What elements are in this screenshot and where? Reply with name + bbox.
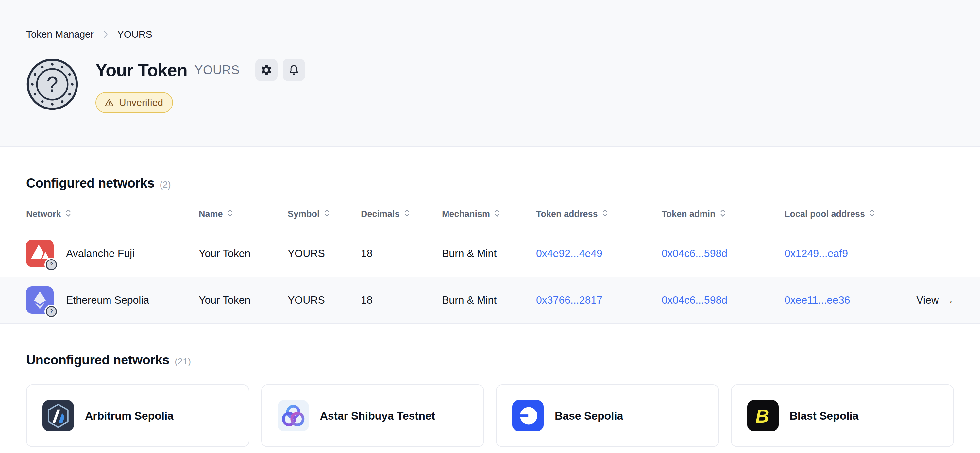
column-label: Decimals — [361, 209, 400, 219]
unknown-token-badge-icon: ? — [46, 306, 57, 317]
gear-icon — [260, 64, 273, 76]
network-name: Ethereum Sepolia — [66, 294, 149, 306]
configured-networks-heading: Configured networks (2) — [26, 176, 954, 191]
sort-icon — [65, 208, 72, 220]
status-badge: Unverified — [95, 92, 173, 113]
view-link[interactable]: View → — [902, 294, 954, 306]
network-cell: ? Ethereum Sepolia — [26, 286, 199, 314]
symbol-cell: YOURS — [288, 294, 361, 306]
token-address-link[interactable]: 0x4e92...4e49 — [536, 247, 603, 259]
sort-icon — [324, 208, 330, 220]
table-row-avalanche-fuji[interactable]: ? Avalanche Fuji Your Token YOURS 18 Bur… — [26, 230, 954, 277]
network-name: Avalanche Fuji — [66, 247, 134, 259]
column-header-name[interactable]: Name — [199, 208, 288, 220]
avalanche-icon: ? — [26, 240, 54, 267]
column-label: Name — [199, 209, 223, 219]
view-link-label: View — [916, 294, 939, 306]
sort-icon — [494, 208, 500, 220]
token-admin-link[interactable]: 0x04c6...598d — [662, 247, 727, 259]
column-header-token-admin[interactable]: Token admin — [662, 208, 784, 220]
unknown-token-badge-icon: ? — [46, 259, 57, 270]
column-label: Token address — [536, 209, 598, 219]
column-label: Token admin — [662, 209, 716, 219]
breadcrumb: Token Manager YOURS — [26, 29, 954, 40]
token-address-link[interactable]: 0x3766...2817 — [536, 294, 603, 306]
column-header-decimals[interactable]: Decimals — [361, 208, 442, 220]
column-label: Network — [26, 209, 61, 219]
chevron-right-icon — [101, 30, 110, 39]
blast-icon: B — [747, 400, 779, 431]
network-card-arbitrum-sepolia[interactable]: Arbitrum Sepolia — [26, 385, 250, 447]
warning-icon — [104, 97, 115, 108]
column-header-symbol[interactable]: Symbol — [288, 208, 361, 220]
network-card-astar-shibuya-testnet[interactable]: Astar Shibuya Testnet — [261, 385, 484, 447]
configured-networks-title: Configured networks — [26, 176, 154, 191]
column-label: Mechanism — [442, 209, 490, 219]
page-title: Your Token — [95, 60, 187, 80]
column-label: Symbol — [288, 209, 320, 219]
table-row-ethereum-sepolia[interactable]: ? Ethereum Sepolia Your Token YOURS 18 B… — [0, 277, 980, 324]
notifications-button[interactable] — [283, 59, 305, 81]
breadcrumb-token-manager[interactable]: Token Manager — [26, 29, 94, 40]
network-card-label: Blast Sepolia — [790, 410, 859, 422]
arbitrum-icon — [43, 400, 74, 431]
unconfigured-networks-count: (21) — [175, 356, 191, 367]
name-cell: Your Token — [199, 247, 288, 259]
decimals-cell: 18 — [361, 247, 442, 259]
question-mark-glyph: ? — [46, 73, 58, 96]
page-header: Token Manager YOURS ? — [0, 0, 980, 147]
sort-icon — [404, 208, 410, 220]
unconfigured-networks-grid: Arbitrum Sepolia — [26, 385, 954, 447]
column-header-token-address[interactable]: Token address — [536, 208, 662, 220]
ethereum-icon: ? — [26, 286, 54, 314]
decimals-cell: 18 — [361, 294, 442, 306]
mechanism-cell: Burn & Mint — [442, 294, 536, 306]
token-header: ? Your Token YOURS — [26, 58, 954, 113]
network-card-label: Astar Shibuya Testnet — [320, 410, 435, 422]
column-header-network[interactable]: Network — [26, 208, 199, 220]
table-header-row: Network Name Symbol Decimals Mechanism — [26, 199, 954, 230]
network-card-label: Arbitrum Sepolia — [85, 410, 173, 422]
local-pool-address-link[interactable]: 0xee11...ee36 — [784, 294, 850, 306]
token-symbol: YOURS — [194, 63, 240, 77]
column-header-local-pool-address[interactable]: Local pool address — [784, 208, 902, 220]
network-cell: ? Avalanche Fuji — [26, 240, 199, 267]
network-card-blast-sepolia[interactable]: B Blast Sepolia — [731, 385, 954, 447]
arrow-right-icon: → — [943, 294, 954, 306]
sort-icon — [869, 208, 875, 220]
blast-icon-glyph: B — [756, 405, 769, 426]
configured-networks-count: (2) — [159, 180, 171, 190]
status-badge-label: Unverified — [119, 97, 163, 108]
local-pool-address-link[interactable]: 0x1249...eaf9 — [784, 247, 848, 259]
token-avatar: ? — [26, 58, 78, 110]
sort-icon — [602, 208, 608, 220]
name-cell: Your Token — [199, 294, 288, 306]
token-manager-page: Token Manager YOURS ? — [0, 0, 980, 453]
unconfigured-networks-heading: Unconfigured networks (21) — [26, 353, 954, 367]
main-content: Configured networks (2) Network Name Sym… — [0, 176, 980, 447]
network-card-base-sepolia[interactable]: Base Sepolia — [496, 385, 719, 447]
column-header-mechanism[interactable]: Mechanism — [442, 208, 536, 220]
symbol-cell: YOURS — [288, 247, 361, 259]
configured-networks-table: Network Name Symbol Decimals Mechanism — [26, 199, 954, 324]
astar-icon — [277, 400, 309, 431]
settings-button[interactable] — [255, 59, 277, 81]
base-icon — [512, 400, 544, 431]
sort-icon — [719, 208, 726, 220]
unconfigured-networks-title: Unconfigured networks — [26, 353, 169, 367]
breadcrumb-current: YOURS — [117, 29, 152, 40]
column-label: Local pool address — [784, 209, 865, 219]
network-card-label: Base Sepolia — [555, 410, 623, 422]
bell-icon — [288, 64, 300, 76]
mechanism-cell: Burn & Mint — [442, 247, 536, 259]
sort-icon — [227, 208, 233, 220]
token-admin-link[interactable]: 0x04c6...598d — [662, 294, 727, 306]
